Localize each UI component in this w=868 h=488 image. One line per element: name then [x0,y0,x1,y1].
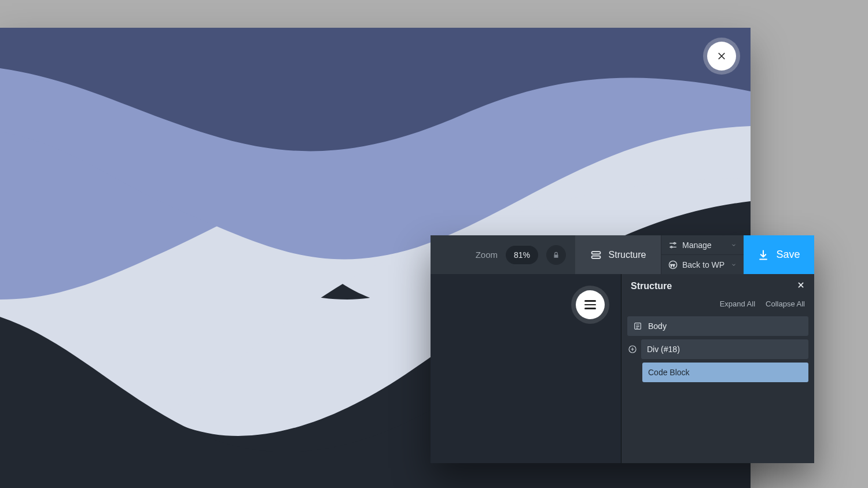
sliders-icon [668,241,678,250]
dropdown-stack: Manage Back to WP [661,235,744,274]
save-button[interactable]: Save [744,235,814,274]
editor-panel: Zoom 81% Structure Manage Back to WP [431,235,814,463]
save-label: Save [776,249,800,261]
collapse-all-button[interactable]: Collapse All [766,300,805,308]
expand-all-button[interactable]: Expand All [720,300,755,308]
structure-tree: Body Div (#18) Code Block [621,316,814,382]
structure-panel-actions: Expand All Collapse All [621,297,814,316]
svg-rect-2 [591,256,600,258]
mini-viewport [431,274,621,463]
svg-rect-1 [591,252,600,254]
svg-point-4 [671,246,672,248]
tree-node-label: Code Block [648,368,690,377]
body-icon [633,321,642,331]
structure-icon [590,249,602,261]
editor-body: Structure Expand All Collapse All Body [431,274,814,463]
structure-toggle-label: Structure [609,250,646,260]
structure-panel-header: Structure [621,274,814,297]
tree-node-div[interactable]: Div (#18) [641,339,808,359]
panel-close-button[interactable] [797,281,805,291]
add-child-button[interactable] [627,344,638,354]
close-button[interactable] [707,42,736,71]
svg-point-3 [674,242,675,244]
close-icon [716,51,727,61]
chevron-down-icon [731,242,737,248]
structure-toggle[interactable]: Structure [575,235,661,274]
tree-node-label: Body [648,321,667,331]
menu-button[interactable] [576,290,605,319]
wordpress-icon [668,260,678,269]
tree-node-label: Div (#18) [647,345,680,354]
zoom-label: Zoom [476,250,498,260]
tree-node-code-block[interactable]: Code Block [642,363,808,382]
manage-label: Manage [682,241,712,250]
hamburger-icon [584,300,596,309]
close-icon [797,281,805,289]
back-to-wp-dropdown[interactable]: Back to WP [661,255,744,274]
lock-icon [552,251,560,259]
zoom-controls: Zoom 81% [431,235,575,274]
zoom-value[interactable]: 81% [506,246,538,264]
tree-node-body[interactable]: Body [627,316,808,336]
save-download-icon [757,249,769,261]
editor-topbar: Zoom 81% Structure Manage Back to WP [431,235,814,274]
lock-button[interactable] [546,245,566,265]
back-to-wp-label: Back to WP [682,260,724,269]
structure-panel: Structure Expand All Collapse All Body [621,274,814,463]
structure-panel-title: Structure [631,281,672,291]
chevron-down-icon [731,262,737,268]
manage-dropdown[interactable]: Manage [661,235,744,255]
